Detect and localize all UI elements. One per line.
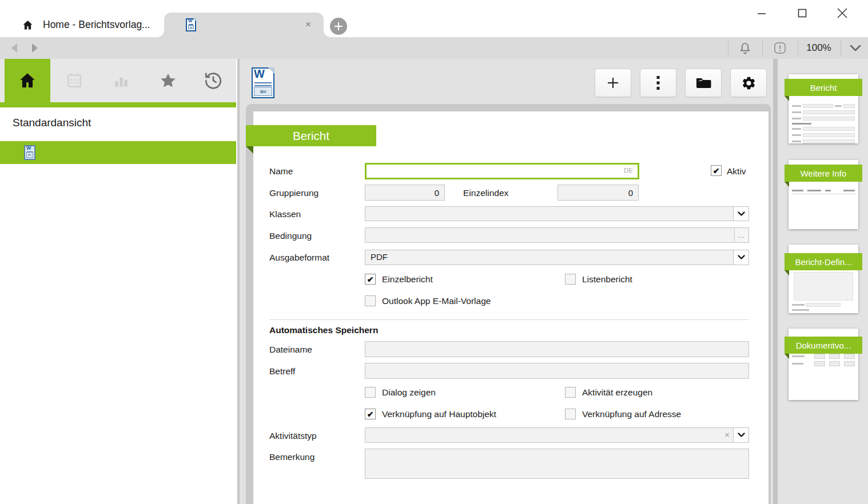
notifications-bell-icon[interactable]: [731, 37, 759, 59]
thumbnail-weitere-info-ribbon[interactable]: Weitere Info: [785, 165, 862, 182]
zoom-level[interactable]: 100%: [801, 37, 837, 59]
einzelindex-label: Einzelindex: [463, 188, 508, 198]
sidebar-tab-favorites[interactable]: [145, 59, 191, 102]
alert-status-icon[interactable]: [765, 37, 795, 59]
thumbnail-bericht-definition-ribbon[interactable]: Bericht-Defin...: [785, 253, 862, 270]
gear-icon: [741, 75, 756, 91]
outlook-vorlage-label: Outlook App E-Mail-Vorlage: [382, 296, 491, 306]
verkn-hauptobjekt-checkbox[interactable]: ✔: [365, 409, 376, 419]
chevron-down-icon[interactable]: [844, 37, 867, 59]
aktivitaetstyp-label: Aktivitätstyp: [269, 431, 317, 441]
forward-button[interactable]: [25, 37, 45, 59]
ribbon-fold: [785, 354, 789, 359]
titlebar: Home - Berichtsvorlag... W ⇐ ×: [0, 0, 868, 37]
einzelindex-input[interactable]: 0: [558, 185, 639, 201]
plus-icon: [606, 76, 620, 90]
clear-icon[interactable]: ×: [724, 430, 730, 439]
bemerkung-textarea[interactable]: [365, 449, 749, 479]
bemerkung-label: Bemerkung: [269, 452, 314, 462]
thumbnail-bericht-ribbon[interactable]: Bericht: [785, 79, 862, 96]
aktiv-label: Aktiv: [727, 166, 746, 177]
name-input[interactable]: DE: [365, 163, 639, 179]
nav-separator: [728, 39, 728, 57]
left-sidebar: Standardansicht W ⇐: [0, 59, 236, 504]
home-icon: [18, 71, 37, 90]
thumbnail-dokumentvorlagen-ribbon[interactable]: Dokumentvo...: [785, 337, 862, 354]
einzelbericht-checkbox[interactable]: ✔: [365, 274, 376, 285]
sidebar-tab-calendar[interactable]: [51, 59, 97, 102]
sidebar-active-underline: [0, 102, 236, 107]
form-section-title: Bericht: [293, 129, 329, 143]
chevron-down-icon[interactable]: [733, 207, 748, 221]
verkn-adresse-checkbox[interactable]: [565, 409, 576, 419]
nav-separator: [762, 39, 763, 57]
maximize-button[interactable]: [790, 5, 815, 22]
klassen-label: Klassen: [269, 209, 301, 219]
add-button[interactable]: [595, 69, 631, 97]
sidebar-tab-history[interactable]: [190, 59, 236, 102]
more-actions-button[interactable]: [640, 69, 676, 97]
dialog-zeigen-checkbox[interactable]: [365, 387, 376, 398]
nav-separator: [841, 39, 841, 57]
chevron-down-icon[interactable]: [733, 428, 748, 442]
tab-home[interactable]: Home - Berichtsvorlag...: [11, 13, 161, 37]
gruppierung-input[interactable]: 0: [365, 185, 445, 201]
thumbnail-sidebar: Bericht Weitere Info Bericht-Defin...: [778, 59, 868, 504]
settings-button[interactable]: [730, 69, 767, 97]
ribbon-fold: [785, 182, 789, 187]
verkn-hauptobjekt-label: Verknüpfung auf Hauptobjekt: [382, 409, 496, 419]
folder-button[interactable]: [685, 69, 722, 97]
word-template-icon: W ⇐: [186, 18, 196, 31]
chevron-down-icon[interactable]: [733, 250, 748, 265]
ausgabeformat-dropdown[interactable]: PDF: [365, 250, 749, 265]
outlook-vorlage-checkbox[interactable]: [365, 295, 376, 306]
vertical-scrollbar[interactable]: [773, 59, 778, 504]
tab-close-icon[interactable]: ×: [305, 18, 311, 31]
einzelbericht-label: Einzelbericht: [382, 274, 433, 285]
minimize-button[interactable]: [749, 5, 774, 22]
kebab-menu-icon: [656, 75, 660, 90]
sidebar-icon-tabs: [0, 59, 236, 102]
home-icon: [22, 19, 34, 31]
dateiname-label: Dateiname: [269, 345, 312, 355]
klassen-dropdown[interactable]: [365, 206, 749, 221]
gruppierung-label: Gruppierung: [269, 188, 318, 198]
calendar-icon: [65, 71, 83, 90]
section-divider: [269, 319, 749, 320]
close-button[interactable]: [830, 5, 855, 22]
word-template-icon-large: W ⇐: [252, 67, 274, 98]
dateiname-input[interactable]: [365, 341, 749, 357]
language-tag: DE: [624, 167, 633, 174]
sidebar-tab-charts[interactable]: [98, 59, 144, 102]
ribbon-fold: [785, 96, 789, 101]
sidebar-tab-home[interactable]: [5, 59, 50, 102]
aktivitaetstyp-dropdown[interactable]: ×: [365, 427, 749, 443]
form-section-ribbon: Bericht: [246, 125, 376, 146]
back-button[interactable]: [5, 37, 24, 59]
app-window: Home - Berichtsvorlag... W ⇐ ×: [0, 0, 868, 504]
verkn-adresse-label: Verknüpfung auf Adresse: [582, 409, 681, 419]
sidebar-selected-item[interactable]: W ⇐: [0, 141, 236, 164]
name-label: Name: [269, 166, 293, 177]
nav-separator: [798, 39, 798, 57]
betreff-input[interactable]: [365, 363, 749, 379]
word-template-icon: W ⇐: [24, 145, 35, 160]
aktivitaet-erzeugen-label: Aktivität erzeugen: [582, 387, 652, 398]
navigation-bar: 100%: [0, 37, 868, 59]
dialog-zeigen-label: Dialog zeigen: [382, 387, 436, 398]
listenbericht-checkbox[interactable]: [565, 274, 576, 285]
more-ellipsis-button[interactable]: ...: [734, 229, 748, 242]
view-title: Standardansicht: [13, 117, 91, 129]
tab-document[interactable]: W ⇐ ×: [164, 13, 324, 37]
bedingung-label: Bedingung: [269, 231, 312, 241]
listenbericht-label: Listenbericht: [582, 274, 632, 285]
star-icon: [158, 71, 178, 90]
aktiv-checkbox[interactable]: ✔: [711, 165, 722, 176]
betreff-label: Betreff: [269, 366, 295, 377]
folder-icon: [695, 76, 711, 90]
bedingung-input[interactable]: ...: [365, 227, 749, 243]
auto-save-heading: Automatisches Speichern: [269, 325, 378, 335]
bar-chart-icon: [112, 71, 130, 90]
aktivitaet-erzeugen-checkbox[interactable]: [565, 387, 576, 398]
new-tab-button[interactable]: [330, 18, 347, 35]
